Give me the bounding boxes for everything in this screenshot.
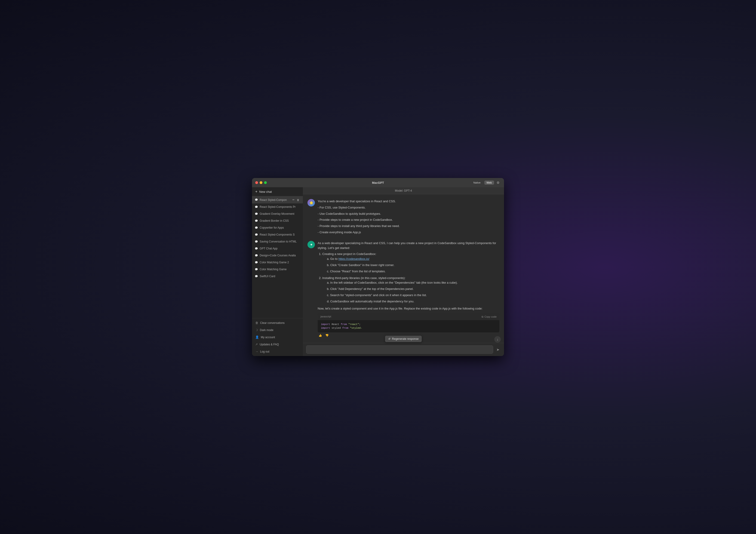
plus-icon: + bbox=[255, 190, 257, 194]
chat-item-gradient-overlay[interactable]: 💬 Gradient Overlay Movement bbox=[252, 210, 303, 217]
chat-icon: 💬 bbox=[255, 233, 258, 236]
chat-icon: 💬 bbox=[255, 254, 258, 257]
chat-icon: 💬 bbox=[255, 212, 258, 215]
list-item-1: Creating a new project in CodeSandbox: a… bbox=[322, 252, 500, 274]
minimize-button[interactable] bbox=[260, 181, 262, 184]
send-icon: ➤ bbox=[496, 348, 500, 352]
titlebar: MacGPT Native Web ⚙ bbox=[252, 178, 504, 187]
window-title: MacGPT bbox=[372, 181, 384, 184]
updates-faq-button[interactable]: ↗ Updates & FAQ bbox=[252, 341, 303, 348]
chat-icon: 💬 bbox=[255, 226, 258, 229]
codesandbox-link[interactable]: https://codesandbox.io/ bbox=[338, 257, 369, 260]
dark-mode-button[interactable]: ☽ Dark mode bbox=[252, 326, 303, 334]
trash-icon: 🗑 bbox=[255, 321, 258, 325]
my-account-label: My account bbox=[261, 336, 275, 339]
clear-conversations-button[interactable]: 🗑 Clear conversations bbox=[252, 319, 303, 326]
chat-item-label: Gradient Border in CSS bbox=[260, 219, 300, 222]
chat-item-label: Gradient Overlay Movement bbox=[260, 212, 300, 215]
chat-item-label: Color Matching Game bbox=[260, 268, 300, 271]
dark-mode-label: Dark mode bbox=[260, 329, 274, 332]
scroll-to-bottom-button[interactable]: ↓ bbox=[494, 336, 501, 343]
code-block: javascript ⧉ Copy code import React from… bbox=[318, 313, 500, 333]
chat-icon: 💬 bbox=[255, 198, 258, 201]
web-mode-button[interactable]: Web bbox=[484, 180, 494, 185]
user-msg-line3: - Use CodeSandbox to quickly build proto… bbox=[318, 211, 500, 216]
user-msg-line1: You're a web developer that specializes … bbox=[318, 199, 500, 204]
chat-item-label: SwiftUI Card bbox=[260, 275, 300, 278]
sidebar-bottom: 🗑 Clear conversations ☽ Dark mode 👤 My a… bbox=[252, 318, 303, 356]
chat-item-react-styled-comp[interactable]: 💬 React Styled-Compon ✏ 🗑 bbox=[252, 196, 303, 203]
my-account-button[interactable]: 👤 My account bbox=[252, 334, 303, 341]
new-chat-label: New chat bbox=[259, 190, 272, 194]
chat-item-react-styled-comp3[interactable]: 💬 React Styled-Components S bbox=[252, 231, 303, 238]
list-item-2-sub: a. In the left sidebar of CodeSandbox, c… bbox=[327, 280, 500, 304]
chat-item-label: React Styled-Components S bbox=[260, 233, 300, 236]
copy-code-label: Copy code bbox=[484, 315, 497, 318]
main-layout: + New chat 💬 React Styled-Compon ✏ 🗑 💬 R… bbox=[252, 187, 504, 356]
chat-icon: 💬 bbox=[255, 205, 258, 208]
code-lang-label: javascript bbox=[320, 315, 331, 319]
updates-faq-label: Updates & FAQ bbox=[260, 343, 279, 346]
chat-item-swiftui-card[interactable]: 💬 SwiftUI Card bbox=[252, 273, 303, 280]
user-msg-line6: - Create everything inside App.js bbox=[318, 230, 500, 235]
chat-icon: 💬 bbox=[255, 261, 258, 264]
chat-icon: 💬 bbox=[255, 247, 258, 250]
close-button[interactable] bbox=[255, 181, 258, 184]
maximize-button[interactable] bbox=[264, 181, 267, 184]
svg-text:🌟: 🌟 bbox=[309, 201, 313, 205]
new-chat-button[interactable]: + New chat bbox=[252, 187, 303, 196]
assistant-message-content: As a web developer specializing in React… bbox=[318, 241, 500, 337]
chat-item-label: GPT Chat App bbox=[260, 247, 300, 250]
log-out-label: Log out bbox=[260, 350, 269, 353]
chat-item-saving-conversation[interactable]: 💬 Saving Conversation to HTML bbox=[252, 238, 303, 245]
assistant-outro: Now, let's create a styled component and… bbox=[318, 306, 500, 311]
settings-button[interactable]: ⚙ bbox=[496, 180, 501, 185]
scroll-down-icon: ↓ bbox=[497, 337, 499, 341]
titlebar-controls: Native Web ⚙ bbox=[471, 180, 501, 185]
chat-item-label: Saving Conversation to HTML bbox=[260, 240, 300, 243]
code-line-2: import styled from "styled- bbox=[321, 326, 496, 330]
delete-chat-button[interactable]: 🗑 bbox=[296, 198, 300, 201]
moon-icon: ☽ bbox=[255, 328, 258, 332]
external-link-icon: ↗ bbox=[255, 343, 258, 346]
chat-item-color-match[interactable]: 💬 Color Matching Game bbox=[252, 266, 303, 273]
chat-item-color-match-2[interactable]: 💬 Color Matching Game 2 bbox=[252, 259, 303, 266]
code-body: import React from "react"; import styled… bbox=[318, 320, 500, 333]
edit-chat-button[interactable]: ✏ bbox=[292, 198, 295, 201]
send-button[interactable]: ➤ bbox=[495, 347, 501, 353]
chat-icon: 💬 bbox=[255, 268, 258, 271]
copy-icon: ⧉ bbox=[482, 315, 483, 318]
chat-item-label: React Styled-Compon bbox=[260, 198, 290, 201]
log-out-button[interactable]: → Log out bbox=[252, 348, 303, 355]
chat-input[interactable] bbox=[306, 345, 493, 354]
chat-item-react-styled-comp2[interactable]: 💬 React Styled-Components Pr bbox=[252, 203, 303, 210]
chat-list: 💬 React Styled-Compon ✏ 🗑 💬 React Styled… bbox=[252, 196, 303, 318]
user-icon: 👤 bbox=[255, 335, 259, 339]
model-label: Model: GPT-4 bbox=[395, 189, 412, 192]
list-item-2: Installing third-party libraries (in thi… bbox=[322, 276, 500, 304]
chat-item-gradient-border[interactable]: 💬 Gradient Border in CSS bbox=[252, 217, 303, 224]
chat-item-gpt-chat-app[interactable]: 💬 GPT Chat App bbox=[252, 245, 303, 252]
app-window: MacGPT Native Web ⚙ + New chat 💬 React S… bbox=[252, 178, 504, 356]
chat-icon: 💬 bbox=[255, 240, 258, 243]
user-msg-line5: - Provide steps to install any third par… bbox=[318, 224, 500, 228]
traffic-lights bbox=[255, 181, 267, 184]
input-area: ➤ ↺ Regenerate response ↓ bbox=[303, 343, 504, 356]
sidebar: + New chat 💬 React Styled-Compon ✏ 🗑 💬 R… bbox=[252, 187, 303, 356]
chat-item-design-code[interactable]: 💬 Design+Code Courses Availa bbox=[252, 252, 303, 259]
model-bar: Model: GPT-4 bbox=[303, 187, 504, 195]
svg-text:✦: ✦ bbox=[310, 243, 313, 247]
assistant-message-1: ✦ As a web developer specializing in Rea… bbox=[308, 241, 500, 337]
thumbs-down-button[interactable]: 👎 bbox=[324, 334, 330, 337]
chat-item-copywriter-apps[interactable]: 💬 Copywriter for Apps bbox=[252, 224, 303, 231]
code-line-1: import React from "react"; bbox=[321, 323, 496, 326]
copy-code-button[interactable]: ⧉ Copy code bbox=[482, 315, 497, 318]
regenerate-button[interactable]: ↺ Regenerate response bbox=[385, 336, 422, 342]
list-item-1-sub: a. Go to https://codesandbox.io/ b. Clic… bbox=[327, 256, 500, 274]
native-mode-button[interactable]: Native bbox=[471, 180, 483, 185]
assistant-avatar: ✦ bbox=[308, 241, 315, 248]
logout-icon: → bbox=[255, 350, 258, 353]
thumbs-up-button[interactable]: 👍 bbox=[318, 334, 323, 337]
code-header: javascript ⧉ Copy code bbox=[318, 313, 500, 320]
chat-item-label: Copywriter for Apps bbox=[260, 226, 300, 229]
